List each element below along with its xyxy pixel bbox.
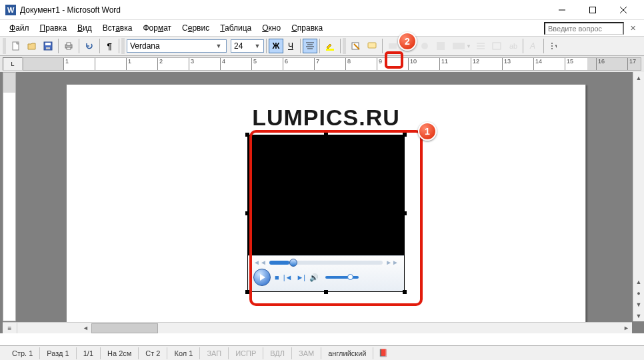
toolbar-grip-icon[interactable] xyxy=(3,39,6,53)
horizontal-scrollbar[interactable]: ◄ ► xyxy=(20,322,632,333)
save-button[interactable] xyxy=(40,39,56,53)
status-rec[interactable]: ЗАП xyxy=(200,347,229,359)
font-size-dropdown[interactable]: ▼ xyxy=(231,39,264,53)
document-scroll[interactable]: LUMPICS.RU ◄◄ ►► xyxy=(20,72,632,321)
svg-rect-9 xyxy=(46,47,50,49)
status-at: На 2см xyxy=(101,347,139,359)
seek-back-icon[interactable]: ◄◄ xyxy=(253,259,267,266)
next-track-button[interactable]: ►| xyxy=(296,273,305,281)
vertical-ruler[interactable] xyxy=(3,72,16,321)
tab-selector-button[interactable]: L xyxy=(3,57,23,71)
h-scroll-thumb[interactable] xyxy=(91,323,158,333)
spellcheck-icon[interactable]: 📕 xyxy=(379,349,388,357)
print-button[interactable] xyxy=(61,39,77,53)
next-page-icon[interactable]: ▼ xyxy=(633,299,644,310)
menu-table[interactable]: Таблица xyxy=(215,21,257,35)
toolbar-options-button[interactable]: ▼ xyxy=(546,39,561,53)
open-button[interactable] xyxy=(24,39,40,53)
disabled-dd-1: ▼ xyxy=(449,39,473,53)
status-lang[interactable]: английский xyxy=(321,347,373,359)
status-line: Ст 2 xyxy=(139,347,167,359)
font-name-dropdown[interactable]: ▼ xyxy=(127,39,227,53)
status-ovr[interactable]: ЗАМ xyxy=(292,347,321,359)
close-doc-icon[interactable]: ✕ xyxy=(628,23,637,33)
play-button[interactable] xyxy=(253,269,271,286)
svg-point-33 xyxy=(551,43,553,44)
status-trk[interactable]: ИСПР xyxy=(229,347,263,359)
disabled-button-7: ab xyxy=(505,39,521,53)
svg-text:▼: ▼ xyxy=(554,43,557,49)
disabled-button-3 xyxy=(417,39,433,53)
document-page[interactable]: LUMPICS.RU ◄◄ ►► xyxy=(66,84,586,333)
disabled-button-4 xyxy=(433,39,449,53)
new-doc-button[interactable] xyxy=(8,39,24,53)
media-controls: ◄◄ ►► ■ |◄ ►| 🔊 xyxy=(248,255,404,291)
svg-rect-30 xyxy=(493,43,501,49)
volume-slider[interactable] xyxy=(325,276,359,279)
disabled-button-8: A xyxy=(525,39,541,53)
scroll-down-icon[interactable]: ▼ xyxy=(633,310,644,321)
stop-button[interactable]: ■ xyxy=(275,273,279,281)
vertical-scrollbar[interactable]: ▲ ▲ ● ▼ ▼ xyxy=(633,72,644,321)
seek-fwd-icon[interactable]: ►► xyxy=(385,259,399,266)
close-button[interactable] xyxy=(608,0,639,20)
svg-rect-17 xyxy=(326,49,334,51)
scroll-up-icon[interactable]: ▲ xyxy=(633,72,644,83)
prev-track-button[interactable]: |◄ xyxy=(283,273,293,281)
svg-text:A: A xyxy=(529,41,535,51)
svg-rect-11 xyxy=(67,43,71,45)
menu-insert[interactable]: Вставка xyxy=(97,21,138,35)
toolbar: ¶ ▼ ▼ Ж Ч ▼ ab A ▼ xyxy=(0,36,644,56)
font-size-input[interactable] xyxy=(231,41,253,51)
svg-rect-12 xyxy=(67,47,71,49)
menu-view[interactable]: Вид xyxy=(72,21,97,35)
reviewing-button[interactable] xyxy=(348,39,364,53)
highlight-color-button[interactable] xyxy=(322,39,338,53)
svg-rect-3 xyxy=(590,7,596,13)
prev-page-icon[interactable]: ▲ xyxy=(633,276,644,287)
word-app-icon: W xyxy=(5,5,16,15)
statusbar: Стр. 1 Разд 1 1/1 На 2см Ст 2 Кол 1 ЗАП … xyxy=(0,345,644,360)
media-player-object[interactable]: ◄◄ ►► ■ |◄ ►| 🔊 xyxy=(247,135,405,292)
chevron-down-icon[interactable]: ▼ xyxy=(214,43,223,49)
svg-point-34 xyxy=(551,45,553,47)
toolbar-grip-icon[interactable] xyxy=(121,39,125,53)
menu-window[interactable]: Окно xyxy=(257,21,286,35)
callout-badge-2: 2 xyxy=(398,32,417,51)
svg-text:ab: ab xyxy=(509,42,517,50)
toolbar-grip-icon[interactable] xyxy=(343,39,346,53)
undo-button[interactable] xyxy=(81,39,97,53)
show-marks-button[interactable]: ¶ xyxy=(102,39,117,53)
seek-slider[interactable] xyxy=(269,261,383,265)
scroll-left-icon[interactable]: ◄ xyxy=(80,323,91,333)
menu-edit[interactable]: Правка xyxy=(35,21,73,35)
align-center-button[interactable] xyxy=(303,39,317,53)
scroll-right-icon[interactable]: ► xyxy=(621,323,632,333)
status-ext[interactable]: ВДЛ xyxy=(263,347,292,359)
underline-button[interactable]: Ч xyxy=(283,39,298,53)
maximize-button[interactable] xyxy=(577,0,608,20)
svg-text:W: W xyxy=(7,6,15,14)
normal-view-button[interactable]: ≡ xyxy=(3,323,17,333)
video-canvas xyxy=(248,135,404,255)
document-area: LUMPICS.RU ◄◄ ►► xyxy=(0,72,644,333)
comment-button[interactable] xyxy=(364,39,380,53)
font-name-input[interactable] xyxy=(127,41,214,51)
svg-text:▼: ▼ xyxy=(466,43,470,49)
chevron-down-icon[interactable]: ▼ xyxy=(253,43,262,49)
svg-rect-20 xyxy=(389,43,397,49)
bold-button[interactable]: Ж xyxy=(269,39,283,53)
volume-icon[interactable]: 🔊 xyxy=(309,273,319,282)
menubar: Файл Правка Вид Вставка Формат Сервис Та… xyxy=(0,20,644,36)
menu-help[interactable]: Справка xyxy=(286,21,328,35)
svg-rect-19 xyxy=(368,43,376,48)
menu-tools[interactable]: Сервис xyxy=(177,21,215,35)
help-search-input[interactable] xyxy=(544,22,624,35)
browse-object-icon[interactable]: ● xyxy=(633,287,644,299)
menu-file[interactable]: Файл xyxy=(4,21,35,35)
svg-point-35 xyxy=(551,48,553,49)
menu-format[interactable]: Формат xyxy=(137,21,177,35)
minimize-button[interactable] xyxy=(547,0,577,20)
horizontal-ruler[interactable]: 11234567891011121314151617 xyxy=(23,57,641,71)
window-title: Документ1 - Microsoft Word xyxy=(20,5,547,15)
